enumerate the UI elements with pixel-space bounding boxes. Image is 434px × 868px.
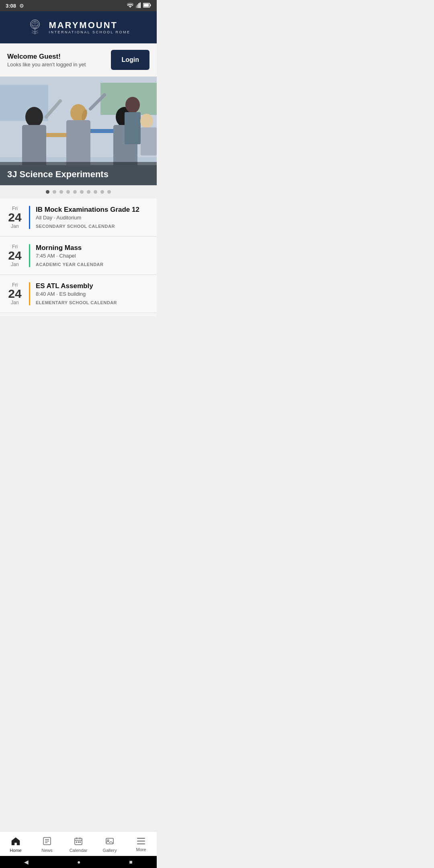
event-time-loc-1: All Day · Auditorium (36, 215, 150, 221)
event-item[interactable]: Fri 24 Jan ES ATL Assembly 8:40 AM · ES … (0, 275, 157, 313)
login-button[interactable]: Login (111, 50, 149, 70)
events-list: Fri 24 Jan IB Mock Examinations Grade 12… (0, 199, 157, 316)
svg-point-0 (130, 7, 131, 8)
svg-rect-4 (140, 2, 141, 8)
school-name: MARYMOUNT (49, 20, 130, 30)
welcome-greeting: Welcome Guest! (7, 53, 86, 61)
event-title-2: Morning Mass (36, 244, 150, 252)
school-emblem (26, 18, 44, 36)
slide-caption: 3J Science Experiments (0, 162, 157, 185)
event-title-1: IB Mock Examinations Grade 12 (36, 206, 150, 214)
event-item[interactable]: Fri 24 Jan Morning Mass 7:45 AM · Chapel… (0, 237, 157, 275)
status-bar: 3:08 ⚙ (0, 0, 157, 11)
signal-icon (136, 2, 141, 9)
school-logo-text: MARYMOUNT INTERNATIONAL SCHOOL ROME (49, 20, 130, 34)
event-date-2: Fri 24 Jan (6, 244, 23, 267)
event-month-1: Jan (11, 223, 18, 229)
dot-8[interactable] (94, 190, 97, 194)
event-content-1: IB Mock Examinations Grade 12 All Day · … (36, 206, 150, 229)
dot-10[interactable] (107, 190, 111, 194)
svg-rect-29 (141, 127, 157, 156)
svg-rect-7 (144, 4, 149, 7)
school-subtitle: INTERNATIONAL SCHOOL ROME (49, 30, 130, 34)
dot-9[interactable] (100, 190, 104, 194)
slideshow[interactable]: 3J Science Experiments (0, 77, 157, 185)
svg-point-26 (125, 97, 140, 113)
dot-2[interactable] (53, 190, 56, 194)
event-title-3: ES ATL Assembly (36, 282, 150, 290)
dot-5[interactable] (73, 190, 77, 194)
event-content-2: Morning Mass 7:45 AM · Chapel ACADEMIC Y… (36, 244, 150, 267)
event-calendar-2: ACADEMIC YEAR CALENDAR (36, 262, 150, 267)
svg-rect-27 (125, 112, 141, 144)
event-content-3: ES ATL Assembly 8:40 AM · ES building EL… (36, 282, 150, 305)
event-day-num-2: 24 (8, 250, 21, 262)
slide-caption-text: 3J Science Experiments (7, 169, 108, 179)
battery-icon (143, 3, 151, 8)
wifi-icon (127, 3, 133, 8)
dot-1[interactable] (46, 190, 49, 194)
event-time-loc-2: 7:45 AM · Chapel (36, 253, 150, 259)
event-item[interactable]: Fri 24 Jan IB Mock Examinations Grade 12… (0, 199, 157, 237)
event-calendar-3: ELEMENTARY SCHOOL CALENDAR (36, 300, 150, 305)
welcome-bar: Welcome Guest! Looks like you aren't log… (0, 43, 157, 77)
event-day-num-1: 24 (8, 211, 21, 223)
event-calendar-1: SECONDARY SCHOOL CALENDAR (36, 224, 150, 229)
welcome-text: Welcome Guest! Looks like you aren't log… (7, 53, 86, 68)
event-day-num-3: 24 (8, 288, 21, 300)
status-icons (127, 2, 151, 9)
svg-rect-6 (150, 4, 151, 6)
app-header: MARYMOUNT INTERNATIONAL SCHOOL ROME (0, 11, 157, 43)
svg-rect-1 (136, 6, 137, 8)
settings-icon: ⚙ (19, 3, 24, 9)
dot-6[interactable] (80, 190, 84, 194)
slide-dots (0, 185, 157, 199)
event-month-3: Jan (11, 300, 18, 305)
event-bar-1 (29, 206, 30, 229)
event-bar-2 (29, 244, 30, 267)
svg-rect-3 (138, 3, 139, 8)
event-date-1: Fri 24 Jan (6, 206, 23, 229)
event-month-2: Jan (11, 262, 18, 267)
event-time-loc-3: 8:40 AM · ES building (36, 291, 150, 297)
dot-4[interactable] (66, 190, 70, 194)
dot-3[interactable] (59, 190, 63, 194)
welcome-subtitle: Looks like you aren't logged in yet (7, 61, 86, 68)
svg-rect-2 (137, 4, 138, 8)
svg-point-17 (25, 107, 43, 127)
status-time: 3:08 (6, 3, 16, 9)
event-bar-3 (29, 282, 30, 305)
svg-point-28 (140, 114, 153, 128)
event-date-3: Fri 24 Jan (6, 282, 23, 305)
dot-7[interactable] (87, 190, 90, 194)
